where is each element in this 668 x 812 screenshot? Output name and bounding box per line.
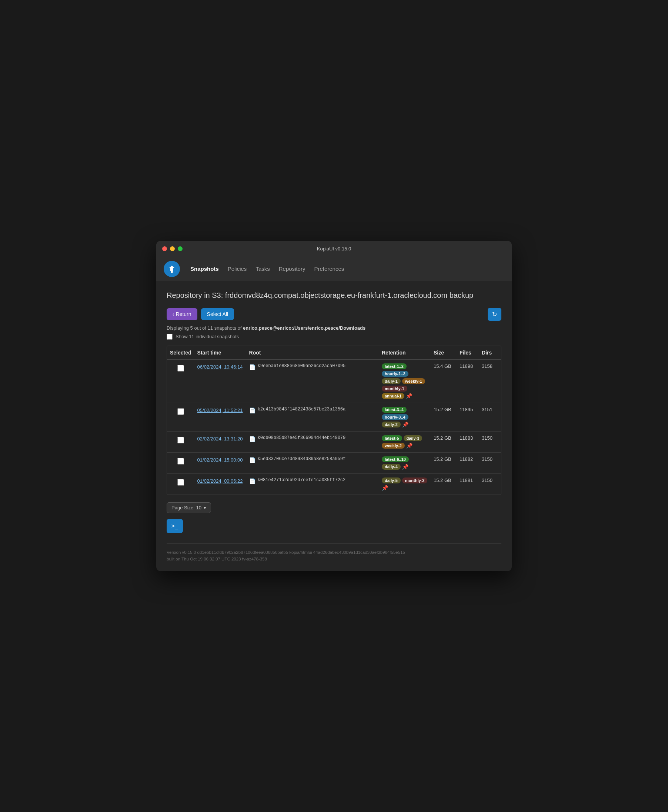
maximize-button[interactable] — [178, 246, 182, 251]
tag-daily: daily-5 — [382, 477, 401, 484]
toolbar-left: ‹ Return Select All — [167, 308, 234, 320]
refresh-icon: ↻ — [492, 311, 497, 318]
snapshot-dirs-4: 3150 — [479, 474, 501, 494]
retention-tags-3: latest-6..10daily-4📌 — [382, 456, 428, 470]
pin-icon: 📌 — [402, 422, 408, 427]
snapshot-date-3[interactable]: 01/02/2024, 15:00:00 — [197, 457, 243, 463]
root-hash-3: k5ed33706ce70d8984d89a8e8258a959f — [258, 456, 346, 462]
table-row: 05/02/2024, 11:52:21📄k2e413b9843f1482243… — [167, 403, 501, 431]
snapshot-files-4: 11881 — [457, 474, 479, 494]
retention-tags-1: latest-3..4hourly-3..4daily-2📌 — [382, 407, 428, 427]
snapshots-table: Selected Start time Root Retention Size … — [167, 346, 501, 494]
titlebar: KopiaUI v0.15.0 — [156, 241, 512, 257]
snapshot-date-4[interactable]: 01/02/2024, 00:06:22 — [197, 478, 243, 484]
header-size: Size — [431, 346, 457, 360]
snapshot-size-0: 15.4 GB — [431, 359, 457, 403]
navbar: Snapshots Policies Tasks Repository Pref… — [156, 257, 512, 281]
repo-title: Repository in S3: frddomvd8z4q.compat.ob… — [167, 290, 501, 300]
tag-weekly: weekly-1 — [402, 378, 425, 384]
tag-hourly: hourly-3..4 — [382, 414, 408, 420]
header-selected: Selected — [167, 346, 194, 360]
display-info: Displaying 5 out of 11 snapshots of enri… — [167, 325, 501, 331]
display-prefix: Displaying 5 out of 11 snapshots of — [167, 325, 243, 331]
version-line2: built on Thu Oct 19 06:32:07 UTC 2023 fv… — [167, 556, 501, 563]
root-hash-4: k081e4271a2db92d7eefe1ca035ff72c2 — [258, 477, 346, 483]
close-button[interactable] — [162, 246, 167, 251]
row-checkbox-2[interactable] — [177, 437, 184, 444]
show-individual-checkbox[interactable] — [167, 334, 172, 340]
nav-snapshots[interactable]: Snapshots — [190, 264, 219, 273]
page-size-button[interactable]: Page Size: 10 ▾ — [167, 502, 211, 513]
page-size-section: Page Size: 10 ▾ — [167, 502, 501, 513]
page-size-label: Page Size: 10 — [172, 505, 201, 511]
tag-daily: daily-3 — [404, 435, 423, 441]
nav-tasks[interactable]: Tasks — [256, 264, 270, 273]
file-icon: 📄 — [249, 364, 256, 370]
refresh-button[interactable]: ↻ — [488, 308, 501, 321]
app-window: KopiaUI v0.15.0 Snapshots Policies Tasks… — [156, 241, 512, 572]
snapshot-size-3: 15.2 GB — [431, 452, 457, 474]
row-checkbox-1[interactable] — [177, 408, 184, 415]
version-line1: Version v0.15.0 dd1ebb11cfdb7902a2b87106… — [167, 549, 501, 556]
tag-latest: latest-5 — [382, 435, 402, 441]
snapshot-dirs-2: 3150 — [479, 431, 501, 452]
row-checkbox-3[interactable] — [177, 458, 184, 465]
file-icon: 📄 — [249, 407, 256, 414]
tag-annual: annual-1 — [382, 393, 404, 399]
retention-tags-0: latest-1..2hourly-1..2daily-1weekly-1mon… — [382, 363, 428, 399]
row-checkbox-0[interactable] — [177, 365, 184, 372]
table-row: 01/02/2024, 00:06:22📄k081e4271a2db92d7ee… — [167, 474, 501, 494]
table-body: 06/02/2024, 10:46:14📄k9eeba61e888e68e09a… — [167, 359, 501, 494]
header-start-time: Start time — [194, 346, 246, 360]
root-hash-2: k0db08b85d87ee5f366904d44eb149079 — [258, 435, 346, 440]
table-header: Selected Start time Root Retention Size … — [167, 346, 501, 360]
file-icon: 📄 — [249, 478, 256, 484]
row-checkbox-4[interactable] — [177, 479, 184, 486]
tag-daily: daily-4 — [382, 464, 401, 470]
terminal-button[interactable]: >_ — [167, 519, 183, 533]
snapshot-date-2[interactable]: 02/02/2024, 13:31:20 — [197, 436, 243, 442]
tag-latest: latest-1..2 — [382, 363, 407, 369]
tag-weekly: weekly-2 — [382, 443, 405, 449]
retention-tags-4: daily-5monthly-2📌 — [382, 477, 428, 491]
retention-tags-2: latest-5daily-3weekly-2📌 — [382, 435, 428, 449]
return-button[interactable]: ‹ Return — [167, 308, 197, 320]
tag-monthly: monthly-1 — [382, 386, 407, 392]
header-files: Files — [457, 346, 479, 360]
minimize-button[interactable] — [170, 246, 175, 251]
header-retention: Retention — [379, 346, 431, 360]
tag-latest: latest-3..4 — [382, 407, 407, 413]
snapshot-files-2: 11883 — [457, 431, 479, 452]
nav-repository[interactable]: Repository — [279, 264, 306, 273]
terminal-section: >_ — [167, 519, 501, 533]
show-individual-label: Show 11 individual snapshots — [175, 334, 239, 339]
tag-hourly: hourly-1..2 — [382, 371, 408, 377]
nav-preferences[interactable]: Preferences — [314, 264, 344, 273]
pin-icon: 📌 — [402, 464, 408, 470]
toolbar: ‹ Return Select All ↻ — [167, 308, 501, 321]
snapshot-files-3: 11882 — [457, 452, 479, 474]
root-hash-0: k9eeba61e888e68e09ab26cd2aca07095 — [258, 363, 346, 368]
pin-icon: 📌 — [382, 485, 388, 491]
snapshot-dirs-3: 3150 — [479, 452, 501, 474]
snapshot-files-0: 11898 — [457, 359, 479, 403]
file-icon: 📄 — [249, 436, 256, 442]
header-dirs: Dirs — [479, 346, 501, 360]
select-all-button[interactable]: Select All — [201, 308, 234, 320]
tag-monthly: monthly-2 — [402, 477, 428, 484]
snapshots-table-container: Selected Start time Root Retention Size … — [167, 346, 501, 495]
show-individual-row: Show 11 individual snapshots — [167, 334, 501, 340]
snapshot-date-0[interactable]: 06/02/2024, 10:46:14 — [197, 364, 243, 370]
main-content: Repository in S3: frddomvd8z4q.compat.ob… — [156, 281, 512, 572]
file-icon: 📄 — [249, 457, 256, 463]
snapshot-date-1[interactable]: 05/02/2024, 11:52:21 — [197, 407, 243, 413]
display-path: enrico.pesce@enrico:/Users/enrico.pesce/… — [243, 325, 366, 331]
traffic-lights — [162, 246, 182, 251]
table-row: 06/02/2024, 10:46:14📄k9eeba61e888e68e09a… — [167, 359, 501, 403]
tag-daily: daily-1 — [382, 378, 401, 384]
snapshot-dirs-1: 3151 — [479, 403, 501, 431]
tag-daily: daily-2 — [382, 422, 401, 427]
snapshot-files-1: 11895 — [457, 403, 479, 431]
nav-policies[interactable]: Policies — [228, 264, 247, 273]
snapshot-size-2: 15.2 GB — [431, 431, 457, 452]
